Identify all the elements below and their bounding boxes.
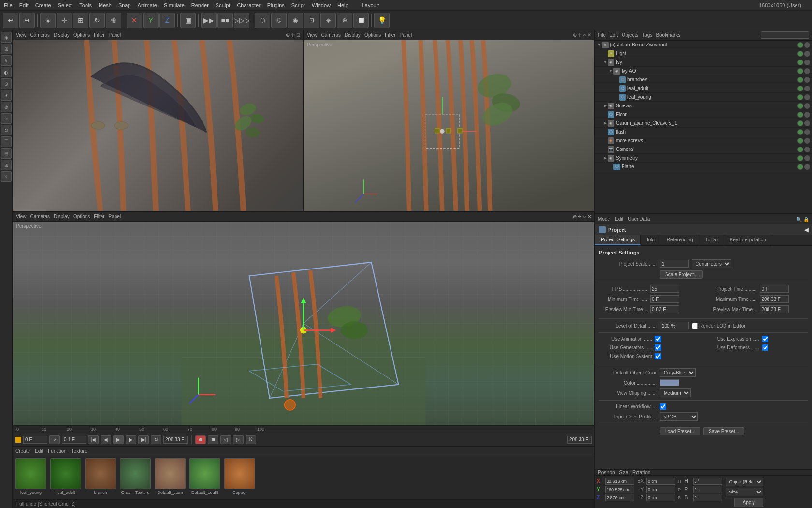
vis-btn-green-13[interactable] [798,155,803,161]
vis-btn-grey-0[interactable] [804,42,810,48]
vis-btn-green-4[interactable] [798,77,803,83]
vp-tl-filter[interactable]: Filter [94,32,104,38]
om-file[interactable]: File [598,32,606,38]
linear-wf-checkbox[interactable] [660,403,666,410]
paint-btn[interactable]: ◉ [288,13,303,28]
menu-item-file[interactable]: File [4,2,13,8]
object-item-11[interactable]: ◈more screws [595,136,812,145]
vp-tr-display[interactable]: Display [345,32,361,38]
next-frame-btn[interactable]: ▶ [126,435,136,444]
left-icon-9[interactable]: ↻ [1,125,12,135]
mat-create[interactable]: Create [15,448,30,454]
material-item-1[interactable]: leaf_adult [49,458,82,495]
uv-btn[interactable]: ⊡ [304,13,319,28]
left-icon-3[interactable]: # [1,55,12,66]
menu-item-edit[interactable]: Edit [19,2,29,8]
expand-icon-0[interactable]: ▼ [597,43,602,47]
scale-input[interactable] [660,260,689,268]
proj-time-input[interactable] [760,285,789,293]
vis-btn-grey-10[interactable] [804,129,810,135]
min-time-input[interactable] [650,295,679,303]
tab-info[interactable]: Info [641,235,661,245]
bp-btn[interactable]: ◈ [320,13,336,28]
left-icon-7[interactable]: ⊚ [1,102,12,112]
object-item-10[interactable]: ⬡flash [595,128,812,136]
object-item-4[interactable]: ⬡branches [595,75,812,84]
goto-end-btn[interactable]: ▶| [138,435,149,444]
fps-input[interactable] [650,285,679,293]
vis-btn-grey-6[interactable] [804,94,810,100]
object-item-14[interactable]: ⬡Plane [595,163,812,171]
vis-btn-green-9[interactable] [798,120,803,126]
transform-pos-tab[interactable]: Position [598,470,615,475]
left-icon-4[interactable]: ◐ [1,67,12,77]
use-gen-checkbox[interactable] [655,344,661,351]
vp-tl-panel[interactable]: Panel [109,32,121,38]
default-color-dropdown[interactable]: Gray-Blue Red Green Blue [660,368,696,377]
lod-input[interactable] [660,322,689,329]
apply-btn[interactable]: Apply [734,498,763,507]
left-icon-8[interactable]: ≋ [1,113,12,124]
prop-mode[interactable]: Mode [598,216,610,222]
vis-btn-grey-13[interactable] [804,155,810,161]
menu-item-create[interactable]: Create [35,2,51,8]
prev-key-btn[interactable]: ◁ [220,435,231,444]
menu-item-window[interactable]: Window [312,2,331,8]
material-item-4[interactable]: Default_stem [154,458,187,495]
vis-btn-green-14[interactable] [798,164,803,170]
tab-key-interp[interactable]: Key Interpolation [724,235,772,245]
left-icon-5[interactable]: ⊙ [1,78,12,89]
input-color-dropdown[interactable]: sRGB Linear AdobeRGB [660,412,698,421]
prop-search-icon[interactable]: 🔍 [796,217,802,222]
object-item-6[interactable]: ⬡leaf_young [595,93,812,102]
max-frame-input[interactable] [567,436,592,444]
vis-btn-grey-2[interactable] [804,60,810,65]
menu-item-tools[interactable]: Tools [79,2,92,8]
menu-item-select[interactable]: Select [58,2,73,8]
mat-edit[interactable]: Edit [35,448,43,454]
view-clip-dropdown[interactable]: Medium Small Large [660,388,691,397]
material-item-0[interactable]: leaf_young [14,458,47,495]
collapse-icon[interactable]: ◀ [804,227,808,233]
object-item-0[interactable]: ▼◈(c) Johan-Bernd Zweverink [595,41,812,49]
preview-min-input[interactable] [650,305,679,313]
menu-item-simulate[interactable]: Simulate [164,2,185,8]
left-icon-6[interactable]: ✶ [1,90,12,101]
end-frame-input[interactable] [163,436,188,444]
vp-tl-display[interactable]: Display [54,32,70,38]
om-bookmarks[interactable]: Bookmarks [656,32,680,38]
transform-size-tab[interactable]: Size [619,470,628,475]
expand-icon-7[interactable]: ▶ [603,104,608,108]
save-preset-btn[interactable]: Save Preset... [703,427,744,435]
vis-btn-grey-4[interactable] [804,77,810,83]
y-btn[interactable]: Y [143,13,159,28]
vp-br-panel[interactable]: Panel [109,214,121,219]
select-btn[interactable]: ◈ [40,13,56,28]
next-key-btn[interactable]: ▷ [233,435,244,444]
menu-item-animate[interactable]: Animate [138,2,157,8]
rotate-btn[interactable]: ↻ [89,13,105,28]
object-item-13[interactable]: ▶◈Symmetry [595,154,812,163]
keyframe-btn[interactable]: ⋄ [49,435,60,444]
vis-btn-green-2[interactable] [798,60,803,65]
object-item-12[interactable]: 📷Camera [595,145,812,154]
vis-btn-green-5[interactable] [798,86,803,91]
size-mode-dropdown[interactable]: Size Scale [726,488,763,496]
play-btn[interactable]: ▶▶ [201,13,217,28]
rot-b-input[interactable] [693,494,722,501]
menu-item-plugins[interactable]: Plugins [267,2,285,8]
vis-btn-grey-14[interactable] [804,164,810,170]
transform-rot-tab[interactable]: Rotation [632,470,650,475]
vp-br-filter[interactable]: Filter [94,214,104,219]
scale-btn[interactable]: ⊞ [73,13,88,28]
left-icon-12[interactable]: ⊞ [1,160,12,170]
play-stop-btn[interactable]: ▶ [113,435,124,444]
scale-unit-dropdown[interactable]: Centimeters Meters Millimeters [692,259,731,268]
mat-texture[interactable]: Texture [72,448,87,454]
use-deform-checkbox[interactable] [762,344,768,351]
tab-todo[interactable]: To Do [699,235,724,245]
expand-icon-9[interactable]: ▶ [603,121,608,126]
expand-icon-3[interactable]: ▼ [609,69,613,74]
vis-btn-green-3[interactable] [798,68,803,74]
tab-referencing[interactable]: Referencing [661,235,699,245]
